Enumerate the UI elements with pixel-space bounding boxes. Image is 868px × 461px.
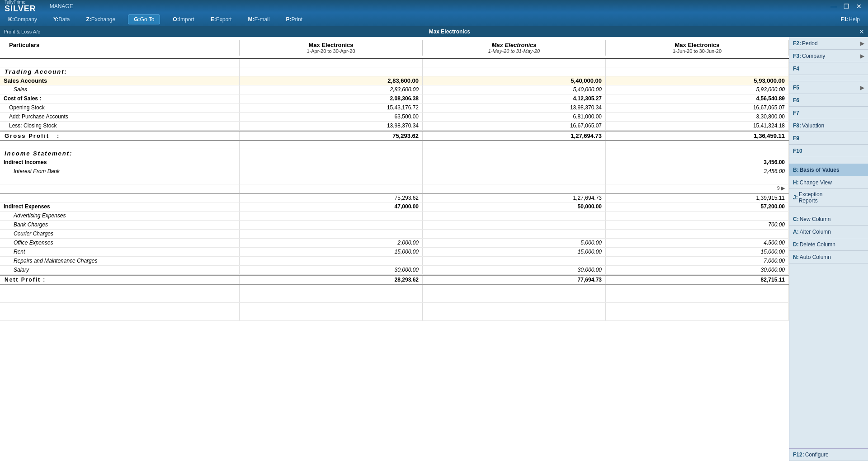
cost-of-sales-val2: 4,12,305.27 bbox=[423, 94, 606, 103]
sidebar-d-delete-column[interactable]: D:Delete Column bbox=[789, 238, 868, 251]
indirect-expenses-val2: 50,000.00 bbox=[423, 202, 606, 211]
courier-row[interactable]: Courier Charges bbox=[0, 230, 789, 239]
interest-val1 bbox=[240, 167, 423, 176]
brand-silver: SILVER bbox=[5, 5, 36, 13]
header-col2: Max Electronics 1-May-20 to 31-May-20 bbox=[423, 40, 606, 56]
menu-export[interactable]: E:Export bbox=[207, 14, 236, 24]
menu-import[interactable]: O:Import bbox=[169, 14, 198, 24]
subtotal-val1: 75,293.62 bbox=[240, 194, 423, 202]
headers-row: Particulars Max Electronics 1-Apr-20 to … bbox=[0, 37, 789, 58]
sidebar-spacer2 bbox=[789, 157, 868, 164]
advertising-label: Advertising Expenses bbox=[0, 212, 240, 220]
header-col3: Max Electronics 1-Jun-20 to 30-Jun-20 bbox=[606, 40, 789, 56]
closing-stock-val3: 15,41,324.18 bbox=[606, 122, 789, 130]
minimize-button[interactable]: — bbox=[829, 2, 838, 11]
sidebar-f8-valuation[interactable]: F8:Valuation bbox=[789, 119, 868, 132]
sidebar-spacer3 bbox=[789, 207, 868, 213]
office-expenses-row[interactable]: Office Expenses 2,000.00 5,000.00 4,500.… bbox=[0, 239, 789, 248]
windowbar: Profit & Loss A/c Max Electronics ✕ bbox=[0, 26, 868, 37]
sidebar-c-new-column[interactable]: C:New Column bbox=[789, 213, 868, 226]
purchase-accounts-row[interactable]: Add: Purchase Accounts 63,500.00 6,81,00… bbox=[0, 113, 789, 122]
sidebar-f7[interactable]: F7 bbox=[789, 107, 868, 119]
opening-stock-val3: 16,67,065.07 bbox=[606, 103, 789, 112]
sales-accounts-row[interactable]: Sales Accounts 2,83,600.00 5,40,000.00 5… bbox=[0, 76, 789, 85]
indirect-expenses-label: Indirect Expenses bbox=[0, 202, 240, 211]
menu-help[interactable]: F1:Help bbox=[837, 14, 863, 24]
sidebar-spacer1 bbox=[789, 75, 868, 81]
opening-stock-row[interactable]: Opening Stock 15,43,176.72 13,98,370.34 … bbox=[0, 103, 789, 113]
f3-arrow: ▶ bbox=[860, 53, 864, 59]
sidebar-n-auto-column[interactable]: N:Auto Column bbox=[789, 251, 868, 263]
spacer-row-1 bbox=[0, 59, 789, 67]
window-tab[interactable]: Profit & Loss A/c bbox=[4, 29, 40, 34]
close-button[interactable]: ✕ bbox=[854, 2, 863, 11]
indirect-incomes-row[interactable]: Indirect Incomes 3,456.00 bbox=[0, 158, 789, 167]
menu-email[interactable]: M:E-mail bbox=[244, 14, 273, 24]
titlebar-controls: — ❐ ✕ bbox=[829, 2, 863, 11]
indirect-expenses-row[interactable]: Indirect Expenses 47,000.00 50,000.00 57… bbox=[0, 202, 789, 212]
page-nav[interactable]: 9 ▶ bbox=[606, 184, 789, 193]
sales-accounts-val3: 5,93,000.00 bbox=[606, 76, 789, 85]
indirect-incomes-val2 bbox=[423, 158, 606, 167]
sidebar: F2:Period ▶ F3:Company ▶ F4 F5 ▶ F6 F7 F… bbox=[789, 37, 868, 461]
opening-stock-label: Opening Stock bbox=[0, 103, 240, 112]
indirect-expenses-val1: 47,000.00 bbox=[240, 202, 423, 211]
f5-arrow: ▶ bbox=[860, 85, 864, 91]
menu-goto[interactable]: G:Go To bbox=[128, 14, 160, 24]
interest-row[interactable]: Interest From Bank 3,456.00 bbox=[0, 167, 789, 176]
sidebar-f6[interactable]: F6 bbox=[789, 94, 868, 107]
sidebar-f4[interactable]: F4 bbox=[789, 62, 868, 75]
repairs-row[interactable]: Repairs and Maintenance Charges 7,000.00 bbox=[0, 257, 789, 266]
header-col1-period: 1-Apr-20 to 30-Apr-20 bbox=[243, 48, 419, 54]
opening-stock-val1: 15,43,176.72 bbox=[240, 103, 423, 112]
maximize-button[interactable]: ❐ bbox=[842, 2, 851, 11]
app-brand: TallyPrime SILVER bbox=[5, 0, 36, 13]
salary-row[interactable]: Salary 30,000.00 30,000.00 30,000.00 bbox=[0, 266, 789, 275]
interest-label: Interest From Bank bbox=[0, 167, 240, 176]
sales-label: Sales bbox=[0, 85, 240, 94]
trading-account-header: Trading Account: bbox=[0, 67, 789, 76]
cost-of-sales-row[interactable]: Cost of Sales : 2,08,306.38 4,12,305.27 … bbox=[0, 94, 789, 103]
sidebar-b-basis-of-values[interactable]: B:Basis of Values bbox=[789, 164, 868, 176]
titlebar-left: TallyPrime SILVER MANAGE bbox=[5, 0, 73, 13]
menu-exchange[interactable]: Z:Exchange bbox=[83, 14, 119, 24]
sales-val2: 5,40,000.00 bbox=[423, 85, 606, 94]
rent-row[interactable]: Rent 15,000.00 15,000.00 15,000.00 bbox=[0, 248, 789, 257]
repairs-val3: 7,000.00 bbox=[606, 257, 789, 265]
sidebar-f12-configure[interactable]: F12:Configure bbox=[789, 448, 868, 461]
sidebar-a-alter-column[interactable]: A:Alter Column bbox=[789, 226, 868, 238]
closing-stock-row[interactable]: Less: Closing Stock 13,98,370.34 16,67,0… bbox=[0, 122, 789, 131]
menu-print[interactable]: P:Print bbox=[282, 14, 306, 24]
spacer-row-3 bbox=[0, 176, 789, 184]
sales-accounts-label: Sales Accounts bbox=[0, 76, 240, 85]
salary-val2: 30,000.00 bbox=[423, 266, 606, 274]
purchase-accounts-val1: 63,500.00 bbox=[240, 113, 423, 121]
gross-profit-label: Gross Profit : bbox=[0, 132, 240, 140]
sidebar-f2-period[interactable]: F2:Period ▶ bbox=[789, 37, 868, 50]
nett-profit-label: Nett Profit : bbox=[0, 276, 240, 284]
opening-stock-val2: 13,98,370.34 bbox=[423, 103, 606, 112]
sidebar-f3-company[interactable]: F3:Company ▶ bbox=[789, 50, 868, 62]
sidebar-f10[interactable]: F10 bbox=[789, 145, 868, 157]
sales-accounts-val1: 2,83,600.00 bbox=[240, 76, 423, 85]
sidebar-h-change-view[interactable]: H:Change View bbox=[789, 176, 868, 189]
manage-label: MANAGE bbox=[50, 3, 73, 9]
office-expenses-val2: 5,000.00 bbox=[423, 239, 606, 247]
interest-val3: 3,456.00 bbox=[606, 167, 789, 176]
bank-charges-row[interactable]: Bank Charges 700.00 bbox=[0, 221, 789, 230]
sales-accounts-val2: 5,40,000.00 bbox=[423, 76, 606, 85]
window-close[interactable]: ✕ bbox=[859, 28, 864, 35]
nett-profit-row: Nett Profit : 28,293.62 77,694.73 82,715… bbox=[0, 275, 789, 285]
sidebar-f5[interactable]: F5 ▶ bbox=[789, 81, 868, 94]
sidebar-f9[interactable]: F9 bbox=[789, 132, 868, 145]
menu-data[interactable]: Y:Data bbox=[50, 14, 73, 24]
sidebar-j-exception-reports[interactable]: J:ExceptionReports bbox=[789, 189, 868, 207]
cost-of-sales-label: Cost of Sales : bbox=[0, 94, 240, 103]
menu-company[interactable]: K:Company bbox=[5, 14, 41, 24]
report-body: Trading Account: Sales Accounts 2,83,600… bbox=[0, 59, 789, 461]
salary-val1: 30,000.00 bbox=[240, 266, 423, 274]
salary-label: Salary bbox=[0, 266, 240, 274]
advertising-row[interactable]: Advertising Expenses bbox=[0, 212, 789, 221]
sales-row[interactable]: Sales 2,83,600.00 5,40,000.00 5,93,000.0… bbox=[0, 85, 789, 94]
main-area: Particulars Max Electronics 1-Apr-20 to … bbox=[0, 37, 868, 461]
